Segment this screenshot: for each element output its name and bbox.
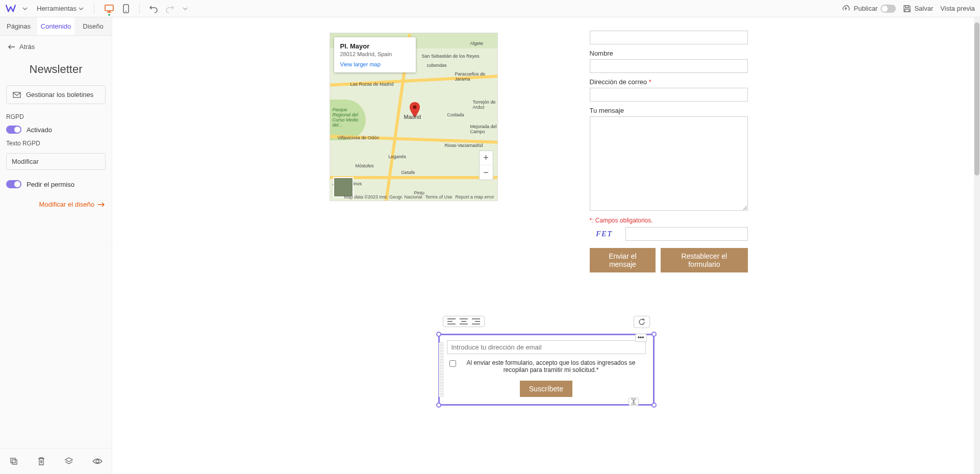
more-options-button[interactable]: ••• [635, 334, 647, 342]
sidebar-back-button[interactable]: Atrás [0, 36, 112, 58]
publish-label[interactable]: Publicar [853, 5, 877, 12]
manage-newsletters-button[interactable]: Gestionar los boletines [6, 85, 106, 104]
map-zoom-in[interactable]: + [480, 151, 493, 165]
mobile-view-button[interactable] [120, 2, 132, 15]
map-city-label: Paracuellos de Jarama [455, 71, 497, 82]
gdpr-text-modify-button[interactable]: Modificar [6, 153, 106, 170]
align-left-icon[interactable] [447, 318, 456, 325]
arrow-right-icon [97, 202, 105, 207]
resize-handle-bl[interactable] [436, 403, 441, 408]
sidebar-bottom-tools [0, 448, 112, 474]
required-note: *: Campos obligatorios. [590, 217, 748, 224]
delete-button[interactable] [35, 455, 47, 468]
ask-permission-toggle[interactable] [6, 180, 21, 188]
map-city-label: Las Rozas de Madrid [350, 82, 394, 87]
svg-point-7 [413, 106, 416, 109]
ask-permission-label: Pedir el permiso [27, 181, 74, 188]
topbar-right: Publicar Salvar Vista previa [841, 5, 975, 13]
tools-dropdown[interactable]: Herramientas [34, 3, 87, 14]
map-view-larger-link[interactable]: View larger map [340, 61, 410, 67]
publish-toggle[interactable] [881, 5, 896, 13]
map-city-label: San Sebastián de los Reyes [422, 54, 480, 59]
modify-design-link[interactable]: Modificar el diseño [0, 190, 112, 218]
captcha-input[interactable] [625, 227, 748, 241]
captcha-image: FET [590, 228, 619, 240]
map-attrib-data: Map data ©2023 Inst. Geogr. Nacional [344, 194, 422, 199]
envelope-icon [13, 92, 21, 98]
message-textarea[interactable] [590, 116, 748, 211]
contact-form: Nombre Dirección de correo * Tu mensaje … [590, 33, 748, 272]
map-attrib-report[interactable]: Report a map error [455, 194, 494, 199]
name-label: Nombre [590, 49, 748, 57]
duplicate-button[interactable] [7, 455, 20, 468]
visibility-button[interactable] [90, 455, 105, 468]
back-label: Atrás [19, 43, 35, 51]
map-embed[interactable]: Algete San Sebastián de los Reyes cobend… [330, 33, 498, 201]
spacing-button[interactable] [629, 397, 639, 406]
map-center-label: Madrid [404, 114, 421, 120]
map-zoom-out[interactable]: − [480, 165, 493, 180]
vertical-scrollbar[interactable] [974, 17, 980, 474]
drag-handle[interactable] [439, 342, 444, 397]
map-column: Algete San Sebastián de los Reyes cobend… [330, 33, 498, 272]
align-right-icon[interactable] [472, 318, 480, 325]
tab-content[interactable]: Contenido [37, 17, 74, 35]
refresh-icon[interactable] [638, 318, 645, 326]
sidebar-tabs: Páginas Contenido Diseño [0, 17, 112, 36]
newsletter-consent-checkbox[interactable] [449, 360, 456, 367]
svg-point-6 [96, 460, 99, 463]
redo-button[interactable] [163, 2, 177, 15]
gdpr-enabled-toggle[interactable] [6, 126, 21, 134]
map-park-label: Parque Regional del Curso Medio del... [333, 107, 363, 128]
preview-link[interactable]: Vista previa [940, 5, 975, 12]
save-icon [903, 5, 911, 13]
tab-pages[interactable]: Páginas [0, 17, 37, 35]
app-logo[interactable] [5, 3, 16, 14]
undo-button[interactable] [147, 2, 160, 15]
newsletter-email-input[interactable] [447, 340, 646, 354]
separator [139, 4, 140, 14]
logo-menu-dropdown[interactable] [19, 4, 31, 13]
topbar-left: Herramientas [5, 2, 191, 15]
contact-first-input[interactable] [590, 31, 748, 44]
reset-toolbar [634, 316, 650, 328]
svg-rect-3 [13, 92, 20, 97]
sidebar-title: Newsletter [0, 58, 112, 85]
map-city-label: Leganés [389, 154, 407, 159]
captcha-row: FET [590, 227, 748, 241]
newsletter-block-selected[interactable]: ••• Al enviar este formulario, accepto q… [438, 334, 655, 406]
main-layout: Páginas Contenido Diseño Atrás Newslette… [0, 17, 980, 474]
history-menu-dropdown[interactable] [180, 4, 191, 13]
resize-handle-br[interactable] [651, 403, 657, 408]
align-center-icon[interactable] [460, 318, 468, 325]
message-label: Tu mensaje [590, 107, 748, 114]
name-input[interactable] [590, 59, 748, 73]
map-place-subtitle: 28012 Madrid, Spain [340, 51, 410, 57]
gdpr-enabled-label: Activado [27, 126, 52, 134]
email-input[interactable] [590, 88, 748, 102]
publish-group: Publicar [841, 5, 896, 13]
map-city-label: Torrejón de Ardoz [473, 99, 497, 110]
scrollbar-thumb[interactable] [974, 22, 979, 176]
map-info-card: Pl. Mayor 28012 Madrid, Spain View large… [334, 37, 416, 72]
resize-handle-tr[interactable] [651, 332, 657, 337]
newsletter-subscribe-button[interactable]: Suscríbete [520, 381, 572, 397]
tools-label: Herramientas [37, 5, 77, 12]
map-city-label: Getafe [401, 170, 415, 175]
tab-design[interactable]: Diseño [74, 17, 112, 35]
map-place-title: Pl. Mayor [340, 42, 410, 50]
save-group[interactable]: Salvar [903, 5, 933, 13]
layers-button[interactable] [62, 455, 76, 468]
reset-button[interactable]: Restablecer el formulario [661, 248, 747, 272]
map-attrib-terms[interactable]: Terms of Use [425, 194, 452, 199]
submit-button[interactable]: Enviar el mensaje [590, 248, 656, 272]
email-label: Dirección de correo * [590, 78, 748, 86]
canvas-area: Algete San Sebastián de los Reyes cobend… [112, 17, 980, 474]
manage-label: Gestionar los boletines [26, 91, 93, 98]
resize-handle-tl[interactable] [436, 332, 441, 337]
desktop-view-button[interactable] [102, 3, 117, 15]
ask-permission-row: Pedir el permiso [0, 178, 112, 190]
form-buttons: Enviar el mensaje Restablecer el formula… [590, 248, 748, 272]
cloud-upload-icon [841, 5, 850, 12]
map-city-label: Coslada [447, 112, 464, 117]
